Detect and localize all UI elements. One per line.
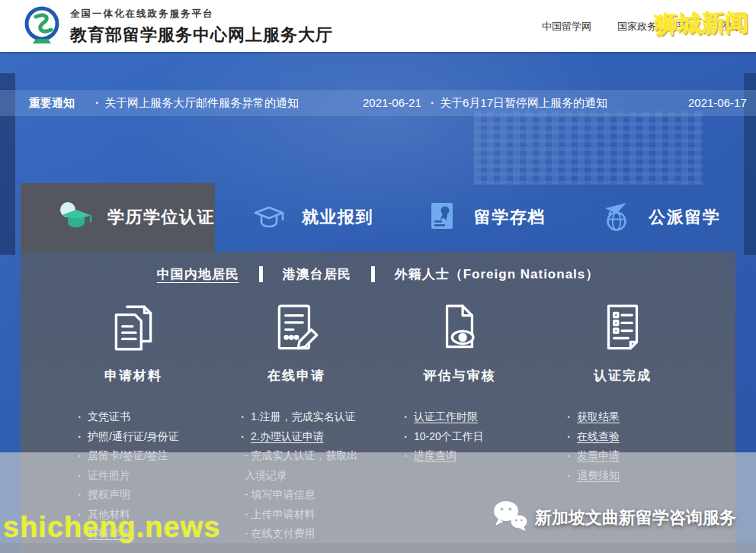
tab-study-abroad-archive[interactable]: 留学存档 xyxy=(389,183,562,252)
step-list: 1.注册，完成实名认证 2.办理认证申请 - 完成实人认证，获取出入境记录 - … xyxy=(242,407,362,544)
tab-degree-verification[interactable]: 学历学位认证 xyxy=(21,183,215,252)
subnav-divider xyxy=(259,266,263,282)
list-item-link[interactable]: 材料详情 xyxy=(78,524,213,544)
tab-label: 公派留学 xyxy=(649,206,720,229)
subnav-mainland-residents[interactable]: 中国内地居民 xyxy=(157,265,239,283)
banner: 重要通知 关于网上服务大厅邮件服务异常的通知 2021-06-21 关于6月17… xyxy=(0,52,756,553)
subnav-hk-macao-taiwan-residents[interactable]: 港澳台居民 xyxy=(283,265,351,283)
step-verification-complete: 认证完成 获取结果 在线查验 发票申请 退费须知 xyxy=(541,300,704,544)
list-item: 其他材料 xyxy=(78,505,213,525)
link-china-study-abroad-net[interactable]: 中国留学网 xyxy=(542,20,591,34)
graduation-cap-outline-icon xyxy=(251,198,287,236)
tab-government-sponsored-study[interactable]: 公派留学 xyxy=(562,183,735,252)
notice-bar: 重要通知 关于网上服务大厅邮件服务异常的通知 2021-06-21 关于6月17… xyxy=(0,90,756,116)
page-title: 教育部留学服务中心网上服务大厅 xyxy=(70,24,333,47)
step-title: 在线申请 xyxy=(267,367,325,384)
list-item: 证件照片 xyxy=(78,466,213,486)
resident-type-subnav: 中国内地居民 港澳台居民 外籍人士（Foreign Nationals） xyxy=(21,265,735,283)
checklist-icon xyxy=(594,300,651,359)
header-titles: 全国一体化在线政务服务平台 教育部留学服务中心网上服务大厅 xyxy=(70,8,333,47)
site-header: 全国一体化在线政务服务平台 教育部留学服务中心网上服务大厅 中国留学网 国家政务… xyxy=(0,0,756,52)
step-list: 认证工作时限 10-20个工作日 进度查询 xyxy=(405,407,539,466)
list-item-link[interactable]: 在线查验 xyxy=(568,427,702,447)
list-item-link[interactable]: 2.办理认证申请 xyxy=(242,427,362,447)
step-list: 获取结果 在线查验 发票申请 退费须知 xyxy=(568,407,702,485)
list-item: 授权声明 xyxy=(78,485,213,505)
platform-label: 全国一体化在线政务服务平台 xyxy=(70,8,333,21)
banner-buildings-decoration xyxy=(474,111,703,185)
list-item: 10-20个工作日 xyxy=(405,427,539,447)
step-online-application: 在线申请 1.注册，完成实名认证 2.办理认证申请 - 完成实人认证，获取出入境… xyxy=(215,300,378,544)
document-eye-icon xyxy=(431,300,488,359)
list-item-link[interactable]: 发票申请 xyxy=(568,446,702,466)
notice-date: 2021-06-17 xyxy=(688,90,747,116)
degree-verification-panel: 中国内地居民 港澳台居民 外籍人士（Foreign Nationals） xyxy=(21,252,735,553)
plane-globe-icon xyxy=(598,198,633,236)
notice-date: 2021-06-21 xyxy=(363,90,421,116)
tab-employment-registration[interactable]: 就业报到 xyxy=(215,183,389,252)
tab-label: 留学存档 xyxy=(474,206,546,229)
list-subitem: - 填写申请信息 xyxy=(242,485,362,505)
tab-label: 就业报到 xyxy=(302,206,373,229)
list-item-link[interactable]: 进度查询 xyxy=(405,446,539,466)
documents-icon xyxy=(105,300,162,359)
list-subitem: - 上传申请材料 xyxy=(242,505,362,525)
list-item-link[interactable]: 获取结果 xyxy=(568,407,702,427)
step-evaluation-review: 评估与审核 认证工作时限 10-20个工作日 进度查询 xyxy=(378,300,541,544)
list-item: 居留卡/签证/签注 xyxy=(78,446,213,466)
subnav-divider xyxy=(371,266,375,282)
list-subitem: - 完成实人认证，获取出入境记录 xyxy=(242,446,362,485)
step-title: 评估与审核 xyxy=(424,367,496,384)
cscse-logo-icon xyxy=(21,5,62,50)
page: 全国一体化在线政务服务平台 教育部留学服务中心网上服务大厅 中国留学网 国家政务… xyxy=(0,0,756,553)
subnav-foreign-nationals[interactable]: 外籍人士（Foreign Nationals） xyxy=(395,265,600,283)
step-application-materials: 申请材料 文凭证书 护照/通行证/身份证 居留卡/签证/签注 证件照片 授权声明… xyxy=(52,300,215,544)
notice-link[interactable]: 关于网上服务大厅邮件服务异常的通知 xyxy=(95,90,299,116)
notice-label: 重要通知 xyxy=(29,90,75,116)
list-item-link[interactable]: 退费须知 xyxy=(568,466,702,486)
list-item: 护照/通行证/身份证 xyxy=(78,427,213,447)
step-title: 认证完成 xyxy=(594,367,652,384)
graduation-cap-filled-icon xyxy=(57,198,92,236)
service-tabs: 学历学位认证 就业报到 xyxy=(21,183,735,252)
step-list: 文凭证书 护照/通行证/身份证 居留卡/签证/签注 证件照片 授权声明 其他材料… xyxy=(78,407,213,544)
notice-link[interactable]: 关于6月17日暂停网上服务的通知 xyxy=(431,90,607,116)
list-item-link[interactable]: 认证工作时限 xyxy=(405,407,539,427)
list-subitem: - 在线支付费用 xyxy=(242,524,362,544)
banner-bottom-strip xyxy=(0,543,756,553)
tab-label: 学历学位认证 xyxy=(107,206,215,229)
list-item: 1.注册，完成实名认证 xyxy=(242,407,362,427)
process-steps: 申请材料 文凭证书 护照/通行证/身份证 居留卡/签证/签注 证件照片 授权声明… xyxy=(21,300,735,544)
archive-document-icon xyxy=(425,199,459,236)
form-pencil-icon xyxy=(268,300,325,359)
list-item: 文凭证书 xyxy=(78,407,213,427)
link-national-gov-service-platform[interactable]: 国家政务服务平台 xyxy=(617,20,697,34)
header-links: 中国留学网 国家政务服务平台 登录 xyxy=(542,20,742,34)
step-title: 申请材料 xyxy=(104,367,162,384)
login-link[interactable]: 登录 xyxy=(722,20,742,34)
